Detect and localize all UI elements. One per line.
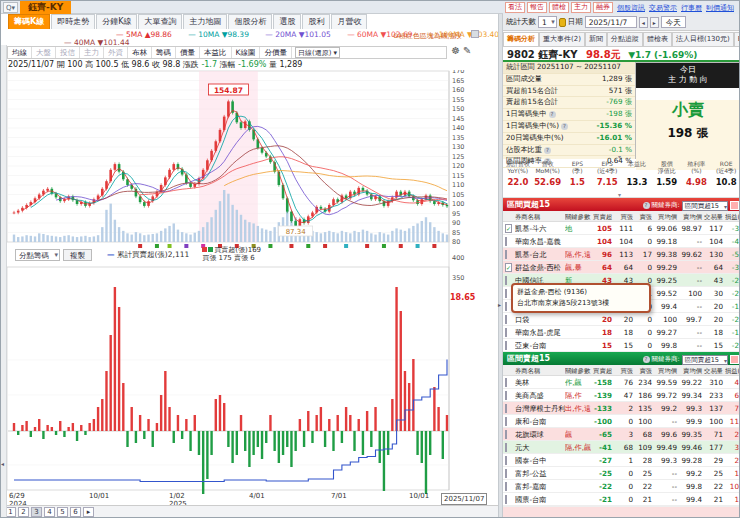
row-checkbox[interactable]: ✓ [505,224,512,233]
broker-row[interactable]: 台灣摩根士丹利出,作,遠-133213599.299.31377 [503,402,740,415]
toolbar-K線圖[interactable]: K線圖 [232,47,261,58]
broker-row[interactable]: 美林作,飆-1587623499.5999.223104 [503,376,740,389]
row-checkbox[interactable] [505,250,507,259]
row-checkbox[interactable] [505,378,507,387]
row-checkbox[interactable]: ✓ [505,263,512,272]
row-checkbox[interactable] [505,443,507,452]
row-checkbox[interactable] [505,469,507,478]
help-icon[interactable]: ? [643,202,650,209]
row-checkbox[interactable] [505,404,507,413]
flow-source-select[interactable]: 分點籌碼 [15,249,60,261]
tab-籌碼分析[interactable]: 籌碼分析 [503,32,539,46]
row-checkbox[interactable] [505,341,507,350]
button-融券[interactable]: 融券 [593,2,613,13]
help-icon[interactable]: ? [643,356,650,363]
row-checkbox[interactable] [505,430,507,439]
toolbar-主力[interactable]: 主力 [80,47,104,58]
row-checkbox[interactable] [505,391,507,400]
days-select[interactable]: 1 [538,16,557,28]
button-看法[interactable]: 看法 [505,2,525,13]
button-體檢[interactable]: 體檢 [549,2,569,13]
row-checkbox[interactable] [505,495,507,504]
date-prev-button[interactable]: ◂ [639,17,648,28]
tab-重大事件(2)[interactable]: 重大事件(2) [539,32,585,46]
collapse-handle[interactable]: ▾ [618,191,621,198]
period-select[interactable]: 日線(還原) ▾ [295,47,340,58]
row-checkbox[interactable] [505,276,507,285]
sell-section-select[interactable]: 區間賣超15 [682,355,728,365]
button-主力[interactable]: 主力 [571,2,591,13]
help-icon[interactable]: ? [544,147,551,154]
pink-band-hint-link[interactable]: ⊙粉紅色區塊為飆漲段 [393,31,462,41]
tab-分點追蹤[interactable]: 分點追蹤 [607,32,643,46]
date-input[interactable]: 2025/11/7 [585,16,637,28]
pin-icon[interactable] [471,30,479,38]
tab-ETF[interactable]: ETF [734,32,740,46]
tab-主力地圖[interactable]: 主力地圖 [183,14,227,29]
row-checkbox[interactable] [505,237,507,246]
toolbar-投信[interactable]: 投信 [56,47,80,58]
row-checkbox[interactable] [505,456,507,465]
toolbar-本益比[interactable]: 本益比 [200,47,232,58]
toolbar-價量[interactable]: 價量 [176,47,200,58]
tab-籌碼K線[interactable]: 籌碼K線 [8,14,50,29]
left-collapse-strip[interactable]: ◂ [1,45,7,518]
toolbar-分價量[interactable]: 分價量 [260,47,292,58]
row-checkbox[interactable] [505,328,507,337]
broker-row[interactable]: 國票-台南-21021--99.4211 [503,493,740,506]
symbol-search-icon[interactable]: Q▾ [3,2,18,13]
page-button-2[interactable]: 2 [18,507,29,517]
broker-row[interactable]: 富邦-公益-25025--99.2251 [503,467,740,480]
page-button-6[interactable]: 6 [70,507,81,517]
broker-row[interactable]: 華南永昌-虎尾1818099.27--18-1 [503,326,740,339]
tab-個股分析[interactable]: 個股分析 [228,14,272,29]
row-checkbox[interactable] [505,315,507,324]
tab-即時走勢[interactable]: 即時走勢 [51,14,95,29]
date-next-button[interactable]: ▸ [650,17,659,28]
settings-icon[interactable] [730,201,739,210]
page-button-4[interactable]: 4 [44,507,55,517]
toolbar-外資[interactable]: 外資 [104,47,128,58]
tab-月營收[interactable]: 月營收 [331,14,367,29]
help-icon[interactable]: ? [549,111,556,118]
tab-大單查詢[interactable]: 大單查詢 [138,14,182,29]
today-button[interactable]: 今天 [661,16,686,28]
toolbar-均線[interactable]: 均線 [8,47,32,58]
broker-row[interactable]: 元大隔,作,飆-416810999.4999.461773 [503,441,740,454]
tab-股利[interactable]: 股利 [302,14,330,29]
row-checkbox[interactable] [505,482,507,491]
copy-button[interactable]: 複製 [63,249,92,261]
broker-row[interactable]: 亞東-台南1515099.8--15-2 [503,339,740,352]
draw-icon[interactable]: ✎ [463,45,474,56]
broker-row[interactable]: 口袋2020010099.720-2 [503,313,740,326]
button-報告[interactable]: 報告 [527,2,547,13]
broker-row[interactable]: 國泰-台中-2712899.399.28292 [503,454,740,467]
broker-row[interactable]: 富邦-嘉南-22022--99.82210 [503,480,740,493]
page-more-button[interactable]: ▸ [83,507,94,517]
broker-row[interactable]: 凱基-台北隔,作,遠961131799.3899.62130-5 [503,248,740,261]
row-checkbox[interactable] [505,289,507,298]
link-交易警示[interactable]: 交易警示 [649,3,677,13]
price-volume-chart[interactable]: 8085909510010511011512012513013514014515… [1,70,498,494]
broker-row[interactable]: 花旗環球飆-6536899.699.35712 [503,428,740,441]
page-button-5[interactable]: 5 [57,507,68,517]
tab-分鐘K線[interactable]: 分鐘K線 [96,14,137,29]
link-到價通知[interactable]: 到價通知 [706,3,734,13]
help-icon[interactable]: ? [561,123,568,130]
tab-體檢表[interactable]: 體檢表 [643,32,672,46]
link-個股資訊[interactable]: 個股資訊 [617,3,645,13]
broker-row[interactable]: 美商高盛隔,作-1394718699.7299.342336 [503,389,740,402]
broker-row[interactable]: ✓凱基-斗六地105111699.0698.97117-3 [503,222,740,235]
settings-icon[interactable] [730,355,739,364]
toolbar-籌碼[interactable]: 籌碼 [152,47,176,58]
toolbar-布林[interactable]: 布林 [128,47,152,58]
toolbar-大盤[interactable]: 大盤 [32,47,56,58]
buy-section-select[interactable]: 區間買超15 [682,201,728,211]
broker-row[interactable]: 華南永昌-嘉義104104099.18--104-4 [503,235,740,248]
row-checkbox[interactable] [505,417,507,426]
tab-法人目標(130元)[interactable]: 法人目標(130元) [672,32,734,46]
broker-row[interactable]: ✓群益金鼎-西松飆,暴6464099.29--64-3 [503,261,740,274]
link-行事曆[interactable]: 行事曆 [681,3,702,13]
page-button-3[interactable]: 3 [31,507,42,517]
broker-row[interactable]: 康和-台南-1000100--99.910011 [503,415,740,428]
